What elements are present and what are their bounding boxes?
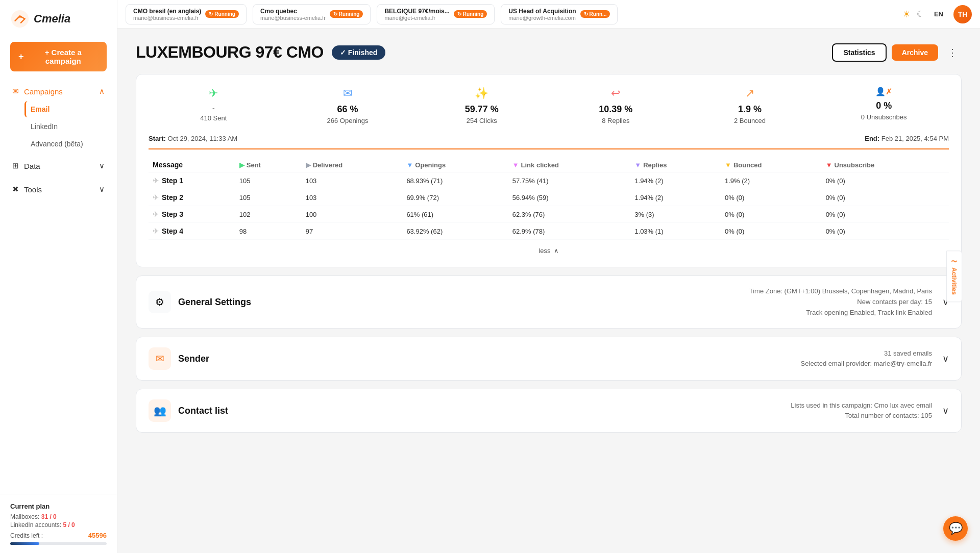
credits-label: Credits left : bbox=[10, 532, 43, 539]
chevron-up-icon: ∧ bbox=[99, 87, 105, 96]
credits-progress-bg bbox=[10, 542, 107, 545]
moon-icon[interactable]: ☾ bbox=[917, 9, 924, 19]
sender-chevron[interactable]: ∨ bbox=[942, 353, 949, 364]
sender-card: ✉ Sender 31 saved emails Selected email … bbox=[136, 337, 962, 381]
contact-list-chevron[interactable]: ∨ bbox=[942, 405, 949, 416]
sent-label: 410 Sent bbox=[200, 114, 227, 122]
campaign-tab-email-0: marie@business-emelia.fr bbox=[133, 15, 201, 21]
campaigns-label: Campaigns bbox=[24, 87, 63, 96]
chat-bubble[interactable]: 💬 bbox=[943, 516, 968, 541]
replies-label: 8 Replies bbox=[602, 117, 629, 124]
data-icon: ⊞ bbox=[12, 161, 19, 170]
nav-campaigns-section: ✉ Campaigns ∧ Email LinkedIn Advanced (b… bbox=[0, 80, 117, 154]
chevron-down-data-icon: ∨ bbox=[99, 161, 105, 170]
replies-icon: ↩ bbox=[611, 87, 620, 100]
running-badge-1: ↻ Running bbox=[330, 10, 363, 18]
unsubscribes-icon: 👤✗ bbox=[875, 87, 892, 96]
sender-title: Sender bbox=[178, 354, 209, 364]
create-campaign-label: + Create a campaign bbox=[28, 48, 99, 65]
mailboxes-label: Mailboxes: bbox=[10, 513, 39, 520]
bounced-label: 2 Bounced bbox=[734, 117, 766, 124]
sidebar-item-data[interactable]: ⊞ Data ∨ bbox=[6, 156, 111, 175]
start-date: Start: Oct 29, 2024, 11:33 AM bbox=[149, 135, 237, 142]
sender-icon: ✉ bbox=[156, 353, 164, 365]
sidebar-item-email[interactable]: Email bbox=[24, 101, 111, 117]
openings-icon: ✉ bbox=[343, 87, 352, 100]
status-badge: ✓ Finished bbox=[332, 45, 385, 60]
less-button[interactable]: less ∧ bbox=[149, 247, 949, 255]
openings-label: 266 Openings bbox=[327, 117, 369, 124]
campaign-tab-name-1: Cmo quebec bbox=[260, 8, 326, 15]
general-settings-card: ⚙ General Settings Time Zone: (GMT+1:00)… bbox=[136, 275, 962, 329]
tools-icon: ✖ bbox=[12, 185, 19, 194]
topbar-campaign-2[interactable]: BELGIQUE 97€/mois... marie@get-emelia.fr… bbox=[377, 4, 495, 24]
activities-tab[interactable]: 〜 Activities bbox=[946, 250, 962, 302]
bounced-percent: 1.9 % bbox=[738, 104, 762, 115]
archive-button[interactable]: Archive bbox=[892, 44, 938, 61]
create-campaign-button[interactable]: + + Create a campaign bbox=[10, 42, 107, 71]
avatar[interactable]: TH bbox=[953, 5, 972, 23]
campaigns-icon: ✉ bbox=[12, 87, 19, 96]
linkedin-accounts-value: 5 / 0 bbox=[63, 521, 75, 529]
track-text: Track opening Enabled, Track link Enable… bbox=[749, 308, 932, 318]
stat-openings: ✉ 66 % 266 Openings bbox=[283, 87, 413, 124]
running-icon-2: ↻ bbox=[457, 11, 461, 17]
col-message: Message bbox=[149, 158, 235, 172]
stats-table: Message ▶Sent ▶Delivered ▼Openings ▼Link bbox=[149, 158, 949, 240]
general-settings-meta: Time Zone: (GMT+1:00) Brussels, Copenhag… bbox=[749, 286, 932, 318]
contact-list-icon: 👥 bbox=[154, 405, 166, 417]
credits-progress-fill bbox=[10, 542, 39, 545]
language-button[interactable]: EN bbox=[930, 8, 947, 20]
less-label: less bbox=[538, 247, 550, 255]
total-contacts-text: Total number of contacts: 105 bbox=[791, 411, 932, 421]
col-delivered: ▶Delivered bbox=[302, 158, 403, 172]
activities-label: Activities bbox=[950, 267, 958, 294]
topbar-campaign-1[interactable]: Cmo quebec marie@business-emelia.fr ↻ Ru… bbox=[253, 4, 371, 24]
settings-sliders-icon: ⚙ bbox=[155, 296, 164, 308]
general-settings-title: General Settings bbox=[178, 297, 251, 308]
campaign-tab-name-3: US Head of Acquisition bbox=[508, 8, 576, 15]
running-badge-3: ↻ Runn... bbox=[580, 10, 610, 18]
table-row: ✈Step 3 102 100 61% (61) 62.3% (76) 3% (… bbox=[149, 206, 949, 223]
logo-text: Cmelia bbox=[34, 12, 70, 26]
sidebar-plan: Current plan Mailboxes: 31 / 0 LinkedIn … bbox=[0, 494, 117, 553]
start-label: Start: bbox=[149, 135, 166, 142]
table-row: ✈Step 4 98 97 63.92% (62) 62.9% (78) 1.0… bbox=[149, 223, 949, 240]
sidebar-item-campaigns[interactable]: ✉ Campaigns ∧ bbox=[6, 82, 111, 101]
linkedin-row: LinkedIn accounts: 5 / 0 bbox=[10, 521, 107, 529]
credits-value: 45596 bbox=[88, 532, 107, 539]
general-settings-icon-box: ⚙ bbox=[149, 291, 171, 313]
nav-data-section: ⊞ Data ∨ bbox=[0, 154, 117, 178]
sent-icon: ✈ bbox=[209, 87, 218, 100]
campaign-tab-name-0: CMO bresil (en anglais) bbox=[133, 8, 201, 15]
table-row: ✈Step 1 105 103 68.93% (71) 57.75% (41) … bbox=[149, 172, 949, 189]
activity-icon: 〜 bbox=[951, 257, 957, 266]
sidebar-item-advanced[interactable]: Advanced (bêta) bbox=[24, 136, 111, 152]
stat-clicks: ✨ 59.77 % 254 Clicks bbox=[416, 87, 547, 124]
sent-dash: - bbox=[212, 104, 215, 112]
sidebar-item-tools[interactable]: ✖ Tools ∨ bbox=[6, 180, 111, 199]
content-area: LUXEMBOURG 97€ CMO ✓ Finished Statistics… bbox=[117, 29, 980, 553]
contact-list-icon-box: 👥 bbox=[149, 399, 171, 422]
clicks-icon: ✨ bbox=[475, 87, 488, 100]
topbar-campaign-3[interactable]: US Head of Acquisition marie@growth-emel… bbox=[501, 4, 618, 24]
credits-row: Credits left : 45596 bbox=[10, 532, 107, 539]
timezone-text: Time Zone: (GMT+1:00) Brussels, Copenhag… bbox=[749, 286, 932, 297]
statistics-button[interactable]: Statistics bbox=[832, 43, 886, 62]
logo-icon bbox=[10, 9, 30, 29]
clicks-label: 254 Clicks bbox=[467, 117, 497, 124]
more-options-button[interactable]: ⋮ bbox=[943, 44, 962, 61]
topbar-right: ☀ ☾ EN TH bbox=[902, 5, 972, 23]
stat-replies: ↩ 10.39 % 8 Replies bbox=[551, 87, 681, 124]
topbar-campaign-0[interactable]: CMO bresil (en anglais) marie@business-e… bbox=[126, 4, 247, 24]
lists-text: Lists used in this campaign: Cmo lux ave… bbox=[791, 400, 932, 411]
campaign-tab-name-2: BELGIQUE 97€/mois... bbox=[384, 8, 449, 15]
col-unsubscribe: ▼Unsubscribe bbox=[822, 158, 949, 172]
chevron-up-less-icon: ∧ bbox=[554, 247, 559, 255]
page-title-row: LUXEMBOURG 97€ CMO ✓ Finished bbox=[136, 43, 385, 62]
running-badge-0: ↻ Running bbox=[205, 10, 239, 18]
sidebar-item-linkedin[interactable]: LinkedIn bbox=[24, 118, 111, 135]
sun-icon[interactable]: ☀ bbox=[902, 9, 911, 20]
replies-percent: 10.39 % bbox=[599, 104, 632, 115]
mailboxes-value: 31 / 0 bbox=[41, 513, 57, 520]
